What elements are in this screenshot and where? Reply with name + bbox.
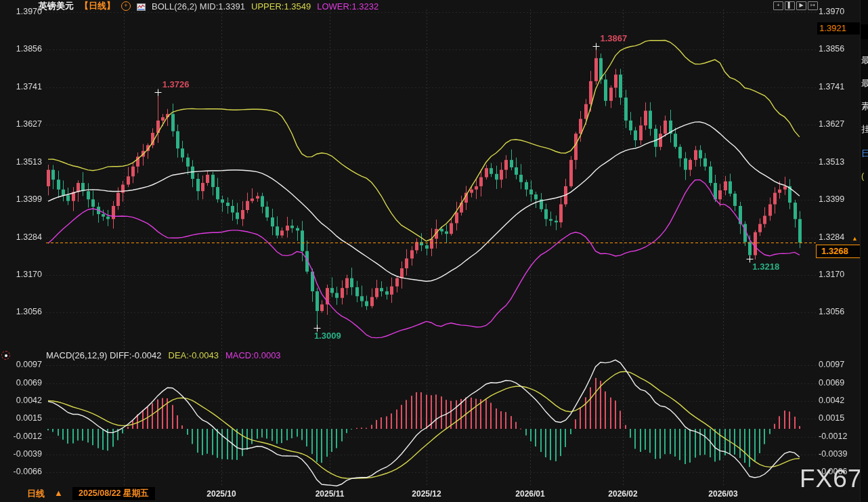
watermark: FX678 <box>800 465 868 493</box>
side-panel-clipped-text: ( <box>861 171 864 181</box>
add-indicator-icon[interactable]: + <box>121 1 131 11</box>
side-panel-clipped-text: 素 <box>861 100 868 112</box>
x-axis-month-label: 2026/01 <box>515 489 544 499</box>
x-axis-month-label: 2025/12 <box>412 489 441 499</box>
boll-upper-readout: UPPER:1.3549 <box>251 1 311 12</box>
period-selector-label: 日线 <box>27 488 45 500</box>
crosshair-icon[interactable]: + <box>773 1 783 10</box>
export-chart-icon[interactable]: ↦ <box>808 1 818 10</box>
chart-header: 英镑美元 【日线】 + BOLL(26,2) MID:1.3391 UPPER:… <box>39 1 378 12</box>
indicator-marker-icon[interactable] <box>1 351 10 360</box>
side-panel-clipped-text: 最 <box>861 77 868 89</box>
side-panel-clipped-text: 最 <box>861 54 868 66</box>
x-axis-month-label: 2025/11 <box>316 489 345 499</box>
price-up-arrow-icon: ▲ <box>852 235 858 242</box>
macd-header: MACD(26,12,9) DIFF:-0.0042 DEA:-0.0043 M… <box>46 350 281 360</box>
highest-price-label: 1.3921 <box>817 22 863 35</box>
side-panel-highlight <box>861 24 868 39</box>
side-panel-clipped-text: 挂 <box>861 123 868 135</box>
first-date-box: 2025/08/22 星期五 <box>72 487 155 500</box>
chart-thumbnail-icon <box>137 3 146 10</box>
macd-dea-readout: DEA:-0.0043 <box>169 350 219 360</box>
candlestick-chart-canvas[interactable] <box>0 0 868 502</box>
period-up-arrow-icon: ▲ <box>54 488 63 500</box>
boll-readout: BOLL(26,2) MID:1.3391 <box>152 1 245 12</box>
indicator-panel-icon[interactable]: ▌ <box>785 1 795 10</box>
chart-toolbar: +▌▶↦ <box>773 1 818 10</box>
macd-readout: MACD(26,12,9) DIFF:-0.0042 <box>46 350 162 360</box>
x-axis-month-label: 2026/02 <box>608 489 637 499</box>
overlay-panel-icon[interactable]: ▶ <box>796 1 806 10</box>
side-panel-clipped-text: 日 <box>861 148 868 160</box>
period-selector[interactable]: 日线 ▲ <box>27 488 63 500</box>
period-tag: 【日线】 <box>80 0 115 12</box>
x-axis-month-label: 2025/10 <box>207 489 236 499</box>
side-panel-sliver: 最最素挂日( <box>860 0 868 502</box>
macd-macd-readout: MACD:0.0003 <box>225 350 281 360</box>
x-axis-month-label: 2026/03 <box>708 489 737 499</box>
symbol-name: 英镑美元 <box>39 0 74 12</box>
boll-lower-readout: LOWER:1.3232 <box>317 1 378 12</box>
